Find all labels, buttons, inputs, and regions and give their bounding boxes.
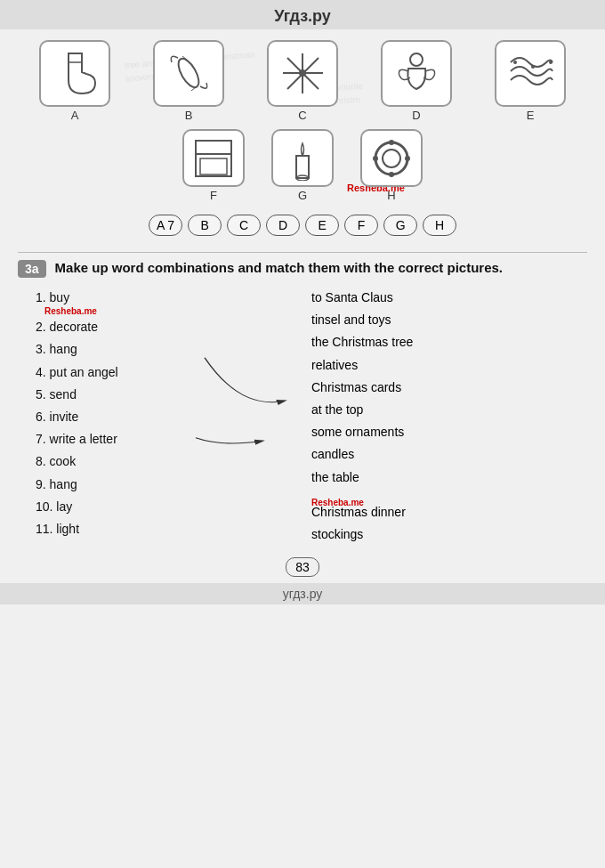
answer-B: B [188,215,222,236]
svg-point-8 [299,69,306,77]
right-item-9: the table [311,466,578,489]
right-item-11: stockings [311,523,578,546]
page: Угдз.ру tree and food, toys On Christmas… [0,0,605,868]
svg-point-18 [375,142,407,174]
image-item-G: G [271,129,334,202]
image-frame-A [39,40,110,107]
left-item-10: 10. lay [36,496,302,518]
svg-rect-13 [196,154,231,176]
image-label-D: D [412,109,420,122]
left-item-6: 6. invite [36,406,302,428]
image-frame-B [153,40,224,107]
page-number: 83 [286,557,319,577]
svg-point-22 [389,172,394,177]
image-frame-G [271,129,334,187]
right-item-10-wrap: Resheba.me Christmas dinner [311,501,578,523]
images-row1: A B [18,40,587,122]
left-item-8: 8. cook [36,450,302,473]
right-items: to Santa Claus tinsel and toys the Chris… [311,287,578,546]
exercise-number: 3a [18,260,46,278]
candle-drawing [280,136,325,181]
svg-point-21 [405,156,410,161]
left-item-9: 9. hang [36,474,302,496]
image-item-A: A [39,40,110,122]
answer-E: E [305,215,339,236]
image-label-G: G [298,189,307,202]
image-frame-C [267,40,338,107]
answer-C: C [227,215,261,236]
answer-G: G [383,215,417,236]
site-title: Угдз.ру [274,7,331,25]
svg-point-10 [513,61,517,64]
answer-row: A 7 B C D E F G H [18,209,587,241]
image-frame-H [360,129,423,187]
image-item-B: B [153,40,224,122]
left-item-3: 3. hang [36,338,302,361]
svg-point-11 [531,65,535,69]
left-item-2: 2. decorate [36,316,302,338]
sock-drawing [51,49,100,98]
resheba-mark-2: Resheba.me [44,306,97,316]
image-frame-F [182,129,245,187]
image-label-E: E [527,109,535,122]
svg-point-9 [410,53,423,66]
right-item-6: at the top [311,399,578,421]
left-item-7: 7. write a letter [36,428,302,450]
images-row2: F G [18,129,587,202]
wreath-drawing [369,136,414,181]
exercise-header: 3a Make up word combinations and match t… [18,258,587,278]
image-item-E: E [495,40,566,122]
image-item-D: D [381,40,452,122]
image-frame-D [381,40,452,107]
image-frame-E [495,40,566,107]
svg-rect-14 [200,158,227,174]
cracker-drawing [165,49,214,98]
image-label-C: C [298,109,306,122]
answer-A: A 7 [149,215,182,236]
image-item-C: C [267,40,338,122]
resheba-mark-3: Resheba.me [311,498,364,507]
snowflake-drawing [278,49,327,98]
matching-section: 1. buy Resheba.me 2. decorate 3. hang 4.… [18,287,587,546]
left-item-11: 11. light [36,518,302,540]
answer-H: H [423,215,456,236]
left-item-5: 5. send [36,384,302,406]
page-number-section: 83 [0,551,605,583]
image-label-A: A [71,109,79,122]
tinsel-drawing [506,49,555,98]
right-item-1: to Santa Claus [311,287,578,309]
right-item-3: the Christmas tree [311,331,578,353]
fireplace-drawing [191,136,236,181]
footer-text: угдз.ру [283,587,323,601]
answer-F: F [344,215,378,236]
left-item-4: 4. put an angel [36,361,302,384]
svg-point-1 [174,55,203,90]
footer: угдз.ру [0,583,605,604]
images-section: tree and food, toys On Christmassnowman … [0,29,605,252]
left-items: 1. buy Resheba.me 2. decorate 3. hang 4.… [36,287,302,540]
left-column: 1. buy Resheba.me 2. decorate 3. hang 4.… [27,287,302,546]
image-item-F: F [182,129,245,202]
right-item-8: candles [311,443,578,466]
header: Угдз.ру [0,0,605,29]
answer-D: D [266,215,300,236]
exercise-instruction: Make up word combinations and match them… [55,258,503,277]
image-label-F: F [210,189,217,202]
right-item-5: Christmas cards [311,377,578,399]
exercise-section: 3a Make up word combinations and match t… [0,253,605,551]
svg-point-12 [549,61,553,64]
right-column: to Santa Claus tinsel and toys the Chris… [302,287,578,546]
svg-point-19 [383,150,400,167]
right-item-7: some ornaments [311,421,578,443]
svg-point-23 [373,156,378,161]
angel-drawing [392,49,441,98]
image-label-B: B [185,109,193,122]
svg-point-20 [389,140,394,145]
right-item-2: tinsel and toys [311,309,578,331]
right-item-4: relatives [311,354,578,377]
